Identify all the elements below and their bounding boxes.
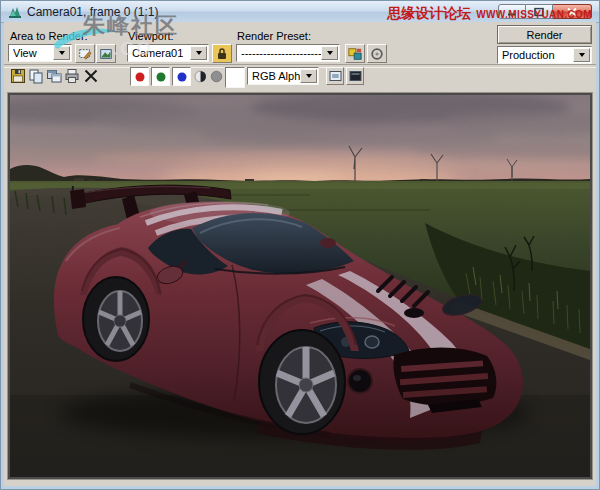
area-to-render-value: View	[13, 47, 53, 59]
close-icon	[567, 7, 577, 16]
ui-overlay-icon	[329, 70, 342, 82]
channel-display-value: RGB Alpha	[252, 70, 300, 82]
rendered-frame-window: Camera01, frame 0 (1:1) 思缘设计论坛 WWW.MISSY…	[0, 0, 600, 490]
red-channel-dot	[135, 72, 145, 82]
viewport-select[interactable]: Camera01	[127, 44, 209, 62]
edit-region-icon	[78, 47, 92, 61]
green-channel-toggle[interactable]	[151, 67, 170, 86]
auto-region-button[interactable]	[96, 44, 116, 63]
chevron-down-icon[interactable]	[321, 46, 338, 60]
padlock-icon	[216, 47, 228, 60]
copy-image-button[interactable]	[28, 68, 44, 84]
maximize-icon	[534, 7, 544, 16]
viewport-label: Viewport:	[128, 30, 174, 42]
rendered-image-frame	[8, 93, 592, 479]
toggle-ui-button[interactable]	[346, 67, 364, 85]
chevron-down-icon[interactable]	[53, 46, 70, 60]
clear-color-swatch[interactable]	[225, 67, 245, 88]
3dsmax-icon	[8, 5, 22, 19]
save-image-button[interactable]	[10, 68, 26, 84]
area-to-render-select[interactable]: View	[8, 44, 72, 62]
area-to-render-label: Area to Render:	[10, 30, 88, 42]
environment-dialog-button[interactable]	[367, 44, 387, 63]
render-setup-button[interactable]	[345, 44, 365, 63]
blue-channel-dot	[177, 72, 187, 82]
toggle-ui-icon	[349, 70, 362, 82]
rendered-image	[10, 95, 590, 477]
alpha-channel-toggle[interactable]	[194, 70, 207, 83]
chevron-down-icon[interactable]	[300, 69, 317, 83]
green-channel-dot	[156, 72, 166, 82]
render-button-label: Render	[526, 29, 562, 41]
auto-region-icon	[99, 47, 113, 61]
environment-icon	[370, 47, 384, 61]
render-preset-value: ------------------------	[241, 47, 321, 59]
close-button[interactable]	[553, 4, 592, 19]
print-image-button[interactable]	[64, 68, 80, 84]
titlebar[interactable]: Camera01, frame 0 (1:1)	[1, 1, 599, 23]
edit-region-button[interactable]	[75, 44, 95, 63]
viewport-value: Camera01	[132, 47, 190, 59]
blue-channel-toggle[interactable]	[172, 67, 191, 86]
minimize-button[interactable]	[498, 4, 526, 19]
render-preset-select[interactable]: ------------------------	[236, 44, 340, 62]
chevron-down-icon[interactable]	[573, 48, 590, 62]
render-setup-icon	[348, 47, 362, 61]
window-title: Camera01, frame 0 (1:1)	[27, 5, 158, 19]
render-mode-select[interactable]: Production	[497, 46, 592, 64]
clear-image-button[interactable]	[83, 68, 99, 84]
viewport-lock-toggle[interactable]	[212, 44, 232, 63]
render-preset-label: Render Preset:	[237, 30, 311, 42]
chevron-down-icon[interactable]	[190, 46, 207, 60]
client-area: Area to Render: Viewport: Render Preset:…	[4, 22, 596, 486]
monochrome-toggle[interactable]	[210, 70, 223, 83]
clone-window-button[interactable]	[46, 68, 62, 84]
minimize-icon	[507, 7, 517, 16]
red-channel-toggle[interactable]	[130, 67, 149, 86]
channel-display-select[interactable]: RGB Alpha	[247, 67, 319, 85]
render-button[interactable]: Render	[497, 25, 592, 44]
ui-overlays-toggle[interactable]	[326, 67, 344, 85]
render-mode-value: Production	[502, 49, 573, 61]
maximize-button[interactable]	[526, 4, 553, 19]
